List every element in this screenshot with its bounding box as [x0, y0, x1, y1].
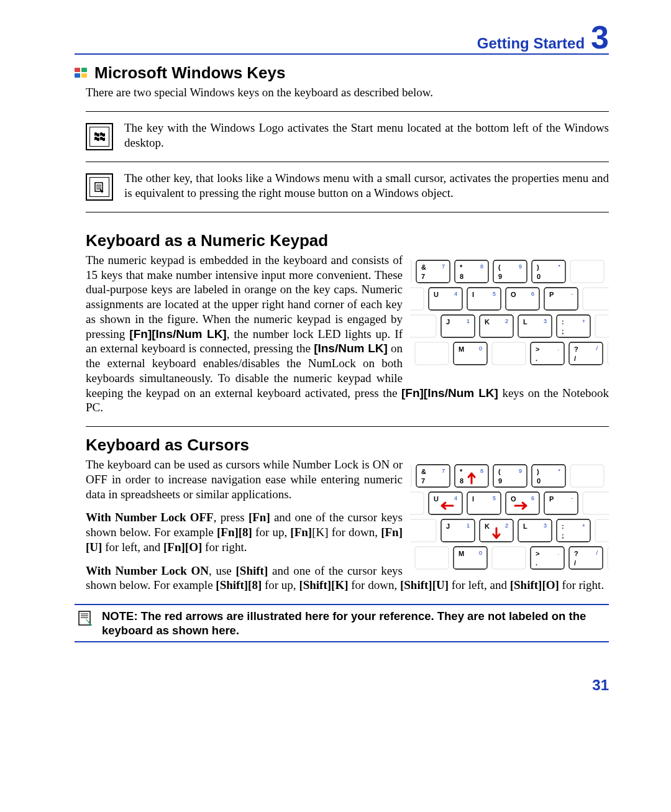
svg-text:/: / — [574, 559, 576, 567]
svg-rect-0 — [75, 68, 80, 72]
svg-text::: : — [562, 318, 564, 326]
svg-text:5: 5 — [493, 291, 496, 297]
svg-text:7: 7 — [442, 468, 445, 474]
svg-rect-84 — [410, 465, 411, 487]
svg-text:;: ; — [562, 327, 564, 335]
svg-rect-101 — [595, 519, 609, 542]
svg-text:;: ; — [562, 532, 564, 539]
svg-text:M: M — [459, 550, 464, 557]
svg-rect-25 — [595, 315, 609, 337]
svg-text:4: 4 — [454, 291, 457, 297]
svg-text:0: 0 — [479, 550, 482, 556]
divider — [86, 111, 609, 112]
svg-rect-13 — [570, 260, 604, 283]
svg-text:9: 9 — [498, 273, 502, 280]
svg-rect-95 — [583, 492, 609, 514]
svg-text:L: L — [523, 522, 527, 530]
svg-rect-31 — [608, 342, 609, 365]
svg-text:.: . — [557, 345, 559, 352]
header-title: Getting Started — [477, 35, 585, 52]
svg-text:8: 8 — [460, 273, 463, 280]
svg-text:J: J — [446, 318, 450, 326]
svg-rect-19 — [583, 288, 609, 310]
svg-rect-89 — [570, 465, 604, 487]
svg-text:8: 8 — [480, 468, 483, 474]
svg-text:0: 0 — [479, 345, 482, 352]
svg-text:J: J — [446, 522, 450, 530]
svg-text:O: O — [511, 495, 516, 503]
svg-text:.: . — [557, 550, 559, 556]
svg-rect-1 — [81, 68, 87, 72]
svg-text:): ) — [537, 263, 539, 271]
svg-text:6: 6 — [531, 495, 534, 501]
svg-rect-28 — [492, 342, 526, 365]
svg-text:*: * — [460, 263, 463, 271]
svg-text:U: U — [434, 291, 439, 298]
svg-text:(: ( — [498, 468, 501, 475]
svg-text:9: 9 — [519, 468, 522, 474]
menu-key-description: The other key, that looks like a Windows… — [124, 171, 609, 201]
svg-text:3: 3 — [544, 318, 547, 324]
svg-text:P: P — [549, 495, 554, 503]
svg-text:&: & — [421, 468, 426, 475]
svg-text:U: U — [434, 495, 439, 503]
svg-rect-102 — [415, 547, 449, 569]
svg-rect-2 — [75, 73, 80, 78]
svg-rect-104 — [492, 547, 526, 569]
svg-text:9: 9 — [498, 477, 502, 485]
svg-text:K: K — [485, 318, 490, 326]
svg-text:-: - — [571, 291, 573, 297]
svg-text:8: 8 — [480, 263, 483, 270]
svg-text:L: L — [523, 318, 527, 326]
svg-text:7: 7 — [421, 273, 425, 280]
svg-text:9: 9 — [519, 263, 522, 270]
svg-text:-: - — [571, 495, 573, 501]
section-heading-cursors: Keyboard as Cursors — [86, 436, 609, 455]
svg-text:K: K — [485, 522, 490, 530]
svg-text:6: 6 — [531, 291, 534, 297]
svg-text:>: > — [536, 550, 539, 557]
svg-text:M: M — [459, 345, 464, 353]
svg-text:>: > — [536, 345, 539, 353]
svg-rect-26 — [415, 342, 449, 365]
note-text: NOTE: The red arrows are illustrated her… — [102, 609, 609, 637]
svg-rect-90 — [410, 492, 424, 514]
svg-text:4: 4 — [454, 495, 457, 501]
windows-keys-intro: There are two special Windows keys on th… — [86, 85, 609, 100]
chapter-number: 3 — [591, 25, 609, 51]
svg-text:/: / — [574, 355, 576, 362]
svg-text:(: ( — [498, 263, 501, 271]
svg-text:3: 3 — [544, 522, 547, 529]
page-number: 31 — [592, 677, 609, 694]
svg-text:O: O — [511, 291, 516, 298]
svg-text:?: ? — [574, 550, 578, 557]
section-heading-windows-keys: Microsoft Windows Keys — [94, 63, 285, 83]
numeric-keypad-diagram: &77*88(99)*0U4I5O6P-J1K2L3:+;M0>..?// — [410, 257, 609, 368]
windows-key-icon — [86, 123, 113, 150]
menu-key-icon — [86, 173, 113, 201]
svg-text:5: 5 — [493, 495, 496, 501]
svg-text::: : — [562, 522, 564, 530]
svg-text:0: 0 — [537, 273, 541, 280]
svg-text:1: 1 — [467, 522, 470, 529]
section-heading-numeric-keypad: Keyboard as a Numeric Keypad — [86, 231, 609, 250]
svg-text:+: + — [582, 522, 585, 529]
svg-rect-107 — [608, 547, 609, 569]
svg-rect-14 — [410, 288, 424, 310]
windows-logo-icon — [75, 68, 88, 79]
page-header: Getting Started 3 — [75, 25, 609, 55]
svg-rect-20 — [410, 315, 436, 337]
svg-text:0: 0 — [537, 477, 541, 485]
note-icon — [77, 610, 93, 626]
cursor-keypad-diagram: &77*88(99)*0U4I5O6P-J1K2L3:+;M0>..?// — [410, 461, 609, 572]
svg-text:7: 7 — [442, 263, 445, 270]
svg-text:8: 8 — [460, 477, 463, 485]
svg-text:): ) — [537, 468, 539, 475]
svg-text:&: & — [421, 263, 426, 271]
svg-rect-160 — [79, 611, 90, 625]
svg-text:.: . — [536, 559, 537, 567]
svg-text:2: 2 — [505, 522, 508, 529]
svg-text:+: + — [582, 318, 585, 324]
divider — [86, 162, 609, 162]
svg-text:*: * — [460, 468, 463, 475]
